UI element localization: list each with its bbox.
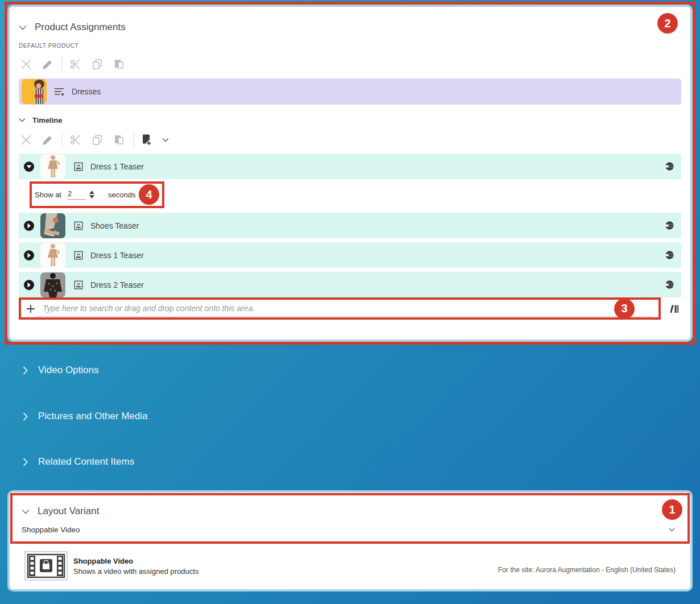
chevron-down-icon bbox=[22, 509, 30, 514]
annotation-badge-3: 3 bbox=[614, 299, 635, 319]
edit-icon[interactable] bbox=[40, 133, 55, 147]
paste-icon[interactable] bbox=[111, 133, 126, 147]
annotation-badge-4: 4 bbox=[139, 184, 159, 205]
toolbar-divider bbox=[62, 57, 63, 72]
show-at-row: Show at seconds 4 bbox=[19, 179, 681, 210]
option-title: Shoppable Video bbox=[73, 557, 198, 565]
paste-icon[interactable] bbox=[111, 57, 126, 72]
expand-circle-icon[interactable] bbox=[23, 250, 35, 261]
chevron-right-icon bbox=[23, 366, 28, 375]
timeline-item-label: Dress 1 Teaser bbox=[90, 251, 144, 260]
default-product-toolbar bbox=[19, 56, 681, 73]
status-icon bbox=[665, 250, 674, 260]
default-product-label: DEFAULT PRODUCT bbox=[19, 43, 681, 49]
annotation-box-1: 1 Layout Variant Shoppable Video bbox=[10, 493, 690, 544]
step-down-icon bbox=[89, 195, 94, 198]
default-product-name: Dresses bbox=[72, 87, 101, 96]
cut-icon[interactable] bbox=[68, 133, 83, 147]
dresses-thumbnail bbox=[22, 79, 47, 104]
layout-variant-header[interactable]: Layout Variant bbox=[22, 495, 678, 517]
plus-icon[interactable] bbox=[26, 304, 36, 314]
expand-circle-icon[interactable] bbox=[23, 220, 35, 231]
section-title: Layout Variant bbox=[38, 506, 99, 517]
status-icon bbox=[665, 162, 674, 171]
teaser-icon bbox=[73, 221, 84, 231]
annotation-badge-1: 1 bbox=[662, 499, 682, 520]
toolbar-divider bbox=[62, 133, 63, 147]
annotation-badge-2: 2 bbox=[657, 13, 678, 34]
status-icon bbox=[665, 280, 674, 289]
timeline-search-row: 3 bbox=[19, 297, 681, 320]
status-icon bbox=[665, 221, 674, 230]
site-note: For the site: Aurora Augmentation - Engl… bbox=[498, 566, 676, 574]
shoppable-video-icon bbox=[24, 551, 68, 581]
dress1-thumbnail bbox=[40, 243, 65, 268]
show-at-input[interactable] bbox=[68, 189, 86, 200]
section-related-content-items[interactable]: Related Content Items bbox=[23, 456, 134, 468]
annotation-box-3: 3 bbox=[19, 297, 661, 320]
show-at-prefix: Show at bbox=[35, 191, 61, 199]
edit-icon[interactable] bbox=[40, 57, 55, 72]
chevron-down-icon[interactable] bbox=[161, 133, 170, 147]
remove-icon[interactable] bbox=[19, 57, 34, 72]
timeline-header[interactable]: Timeline bbox=[19, 115, 681, 125]
dress2-thumbnail bbox=[40, 272, 65, 297]
step-up-icon bbox=[89, 191, 94, 194]
library-icon[interactable] bbox=[668, 302, 681, 316]
timeline-item-label: Shoes Teaser bbox=[90, 221, 139, 230]
layout-variant-panel: 1 Layout Variant Shoppable Video bbox=[7, 490, 693, 591]
default-product-row[interactable]: Dresses bbox=[19, 78, 681, 105]
timeline-row-shoes-teaser[interactable]: Shoes Teaser bbox=[19, 213, 681, 238]
remove-icon[interactable] bbox=[19, 133, 34, 147]
copy-icon[interactable] bbox=[90, 57, 105, 72]
copy-icon[interactable] bbox=[90, 133, 105, 147]
product-assignments-panel: Product Assignments DEFAULT PRODUCT bbox=[7, 5, 693, 342]
timeline-item-label: Dress 2 Teaser bbox=[90, 280, 144, 289]
annotation-box-4: Show at seconds 4 bbox=[30, 181, 164, 208]
selected-layout-value: Shoppable Video bbox=[22, 526, 80, 534]
expand-circle-icon[interactable] bbox=[23, 279, 35, 291]
timeline-row-dress2-teaser[interactable]: Dress 2 Teaser bbox=[19, 272, 681, 297]
timeline-search-input[interactable] bbox=[43, 304, 653, 313]
toolbar-divider bbox=[133, 133, 134, 147]
section-video-options[interactable]: Video Options bbox=[23, 365, 98, 376]
create-content-icon[interactable] bbox=[139, 133, 154, 147]
layout-variant-option: Shoppable Video Shows a video with assig… bbox=[10, 544, 690, 581]
show-at-suffix: seconds bbox=[108, 191, 135, 199]
dress1-thumbnail bbox=[40, 154, 65, 179]
timeline-row-dress1-teaser[interactable]: Dress 1 Teaser bbox=[19, 154, 681, 179]
chevron-down-icon bbox=[19, 118, 26, 122]
timeline-title: Timeline bbox=[32, 116, 63, 125]
section-title: Video Options bbox=[38, 365, 98, 376]
collapse-circle-icon[interactable] bbox=[23, 161, 35, 172]
section-title: Product Assignments bbox=[35, 22, 126, 33]
chevron-down-icon bbox=[669, 528, 675, 532]
chevron-right-icon bbox=[23, 458, 28, 466]
product-assignments-header[interactable]: Product Assignments bbox=[19, 7, 681, 33]
cut-icon[interactable] bbox=[68, 57, 83, 72]
category-icon bbox=[53, 86, 65, 97]
section-title: Pictures and Other Media bbox=[38, 411, 148, 422]
teaser-icon bbox=[73, 250, 84, 260]
option-description: Shows a video with assigned products bbox=[73, 567, 198, 576]
timeline-row-dress1-teaser-2[interactable]: Dress 1 Teaser bbox=[19, 242, 681, 268]
teaser-icon bbox=[73, 162, 84, 172]
chevron-down-icon bbox=[19, 25, 27, 30]
chevron-right-icon bbox=[23, 412, 28, 421]
stepper-control[interactable] bbox=[89, 191, 94, 198]
teaser-icon bbox=[73, 280, 84, 290]
annotation-box-2: 2 Product Assignments DEFAULT PRODUCT bbox=[5, 2, 695, 345]
section-pictures-and-other-media[interactable]: Pictures and Other Media bbox=[23, 411, 148, 422]
timeline-toolbar bbox=[19, 131, 681, 148]
shoes-thumbnail bbox=[40, 213, 65, 238]
timeline-item-label: Dress 1 Teaser bbox=[90, 162, 144, 171]
layout-variant-select[interactable]: Shoppable Video bbox=[22, 526, 678, 534]
section-title: Related Content Items bbox=[38, 456, 134, 468]
